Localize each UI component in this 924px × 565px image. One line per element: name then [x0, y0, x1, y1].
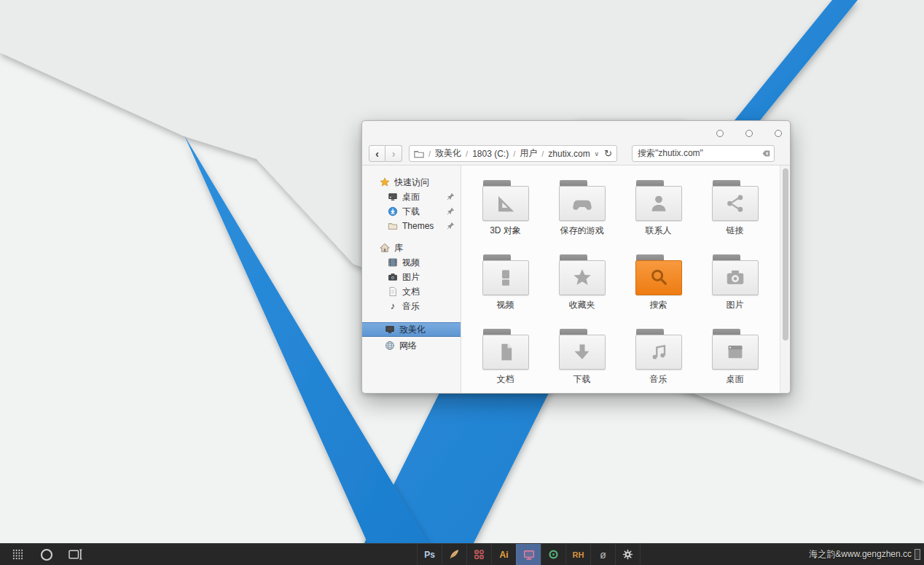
folder-music[interactable]: 音乐 — [620, 323, 697, 393]
sidebar-item-label: 网络 — [399, 340, 417, 352]
folder-label: 音乐 — [650, 373, 667, 386]
taskbar: Ps Ai RH ø 海之韵&www.gengzhen.cc — [0, 543, 924, 565]
sidebar-item-library[interactable]: 库 — [362, 241, 461, 255]
sidebar-item-label: 库 — [394, 242, 403, 254]
taskbar-app-file-explorer[interactable] — [516, 544, 541, 565]
folder-label: 视频 — [497, 299, 514, 311]
folder-label: 保存的游戏 — [560, 225, 604, 237]
star-icon — [571, 266, 594, 289]
folder-documents[interactable]: 文档 — [467, 323, 544, 393]
sidebar-item-desktop[interactable]: 桌面 — [362, 190, 461, 204]
home-icon — [380, 243, 390, 253]
sidebar-item-this-pc[interactable]: 致美化 — [362, 322, 461, 337]
sidebar-item-network[interactable]: 网络 — [362, 338, 461, 353]
sidebar-item-themes[interactable]: Themes — [362, 219, 461, 233]
set-square-icon — [495, 192, 517, 214]
taskbar-app-robohelp[interactable]: RH — [565, 544, 590, 565]
breadcrumb-segment-drive[interactable]: 1803 (C:) — [472, 149, 509, 159]
folder-links[interactable]: 链接 — [697, 174, 773, 249]
taskbar-app-photoshop[interactable]: Ps — [417, 544, 442, 565]
down-arrow-icon — [571, 341, 593, 363]
window-close-button[interactable] — [775, 130, 782, 137]
sidebar-item-label: Themes — [402, 221, 434, 231]
forward-button[interactable]: › — [385, 145, 402, 162]
pin-icon[interactable] — [447, 207, 455, 217]
taskbar-left — [9, 544, 85, 565]
breadcrumb-separator: / — [428, 149, 431, 158]
folder-videos[interactable]: 视频 — [467, 249, 544, 323]
folder-search[interactable]: 搜索 — [620, 249, 697, 323]
sidebar-item-pictures[interactable]: 图片 — [362, 270, 461, 284]
folder-saved-games[interactable]: 保存的游戏 — [544, 174, 620, 249]
folder-contacts[interactable]: 联系人 — [620, 174, 697, 249]
breadcrumb-dropdown-icon[interactable]: ∨ — [595, 150, 600, 157]
window-controls — [716, 130, 782, 137]
sidebar-item-label: 文档 — [402, 286, 420, 298]
desktop-icon — [388, 192, 398, 202]
star-icon — [380, 177, 390, 187]
breadcrumb-folder-icon — [414, 149, 424, 158]
computer-icon — [385, 324, 395, 335]
breadcrumb: / 致美化 / 1803 (C:) / 用户 / zhutix.com ∨ ↻ — [409, 145, 617, 162]
camera-icon — [724, 267, 747, 289]
film-icon — [388, 257, 398, 268]
breadcrumb-right-icons: ∨ ↻ — [595, 149, 613, 158]
window-minimize-button[interactable] — [716, 130, 724, 137]
breadcrumb-separator: / — [466, 149, 468, 158]
search-button[interactable] — [38, 544, 55, 565]
sidebar-item-label: 视频 — [402, 257, 420, 269]
taskbar-app-green-browser[interactable] — [541, 544, 565, 565]
nav-buttons: ‹ › — [369, 145, 402, 162]
task-view-icon — [68, 549, 83, 560]
search-clear-icon[interactable] — [759, 149, 770, 157]
folder-label: 联系人 — [646, 225, 672, 237]
sidebar-item-documents[interactable]: 文档 — [362, 284, 461, 299]
breadcrumb-segment-user-folder[interactable]: zhutix.com — [548, 149, 590, 159]
taskbar-app-illustrator[interactable]: Ai — [491, 544, 516, 565]
sidebar-item-videos[interactable]: 视频 — [362, 255, 461, 270]
file-grid: 3D 对象 保存的游戏 联系人 — [461, 165, 790, 393]
taskbar-right: 海之韵&www.gengzhen.cc — [809, 544, 920, 565]
scrollbar-track[interactable] — [780, 165, 790, 393]
folder-label: 下载 — [573, 373, 591, 386]
music-note-icon: ♪ — [388, 301, 398, 311]
folder-label: 3D 对象 — [490, 225, 521, 237]
refresh-icon[interactable]: ↻ — [604, 149, 612, 158]
pin-icon[interactable] — [447, 192, 455, 203]
folder-icon — [388, 221, 398, 231]
folder-pictures[interactable]: 图片 — [697, 249, 773, 323]
folder-label: 文档 — [497, 373, 514, 386]
back-button[interactable]: ‹ — [369, 145, 385, 162]
window-titlebar — [362, 121, 790, 145]
breadcrumb-segment-users[interactable]: 用户 — [520, 147, 537, 160]
window-maximize-button[interactable] — [745, 130, 753, 137]
taskbar-apps: Ps Ai RH ø — [417, 544, 641, 565]
gear-icon — [622, 548, 634, 561]
folder-label: 搜索 — [650, 299, 667, 311]
apps-grid-icon — [12, 549, 23, 560]
show-desktop-button[interactable] — [915, 549, 920, 560]
taskbar-app-settings[interactable] — [615, 544, 641, 565]
desktop: ‹ › / 致美化 / 1803 (C:) / 用户 / zhutix.com … — [0, 0, 924, 565]
sidebar-item-music[interactable]: ♪ 音乐 — [362, 299, 461, 313]
breadcrumb-segment-this-pc[interactable]: 致美化 — [435, 147, 461, 160]
sidebar-item-quick-access[interactable]: 快速访问 — [362, 175, 461, 190]
scrollbar-thumb[interactable] — [783, 168, 788, 340]
folder-desktop[interactable]: 桌面 — [697, 323, 773, 393]
taskbar-app-feather[interactable] — [442, 544, 466, 565]
ring-icon — [41, 549, 52, 561]
folder-favorites[interactable]: 收藏夹 — [544, 249, 620, 323]
start-button[interactable] — [9, 544, 26, 565]
sidebar-item-label: 桌面 — [402, 191, 420, 203]
taskbar-app-slashed-circle[interactable]: ø — [590, 544, 615, 565]
pin-icon[interactable] — [447, 222, 455, 232]
taskbar-app-red-grid[interactable] — [466, 544, 491, 565]
search-input[interactable] — [636, 148, 759, 160]
window-icon — [724, 341, 746, 363]
folder-downloads[interactable]: 下载 — [544, 323, 620, 393]
task-view-button[interactable] — [67, 544, 85, 565]
share-icon — [724, 192, 746, 214]
window-body: 快速访问 桌面 下载 — [362, 165, 790, 393]
sidebar-item-downloads[interactable]: 下载 — [362, 204, 461, 219]
folder-3d-objects[interactable]: 3D 对象 — [467, 174, 544, 249]
